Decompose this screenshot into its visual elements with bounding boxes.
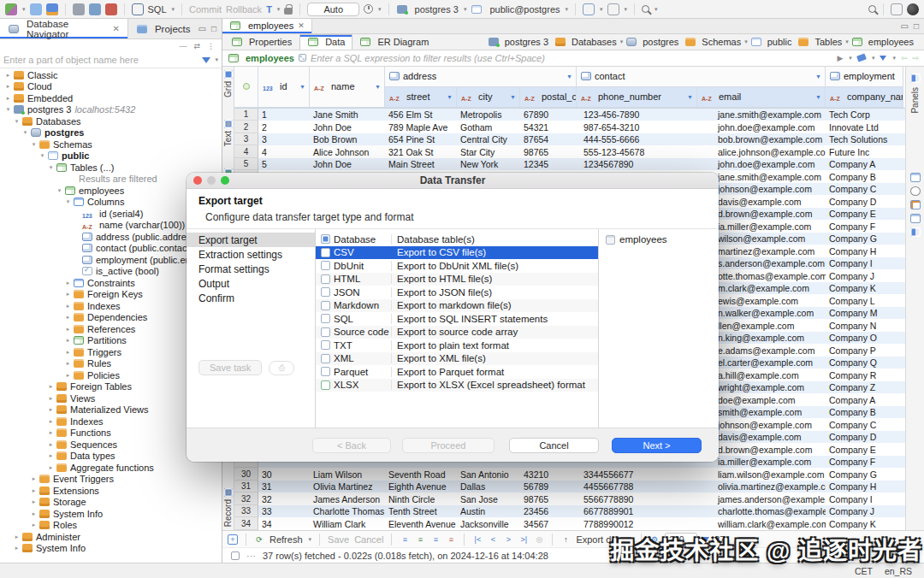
row-number[interactable]: 31 [234,481,258,493]
metadata-panel-icon[interactable] [910,200,921,209]
sql-editor-icon[interactable] [132,3,144,15]
timezone-indicator[interactable]: CET [855,566,873,576]
cell-street[interactable]: 321 Oak St [385,145,457,158]
cell-city[interactable]: Star City [457,145,520,158]
cell-company-name[interactable]: Tech Corp [826,109,903,121]
tree-chevron-icon[interactable] [38,152,47,159]
close-tab-icon[interactable]: ✕ [113,24,120,33]
locale-indicator[interactable]: en_RS [885,566,912,576]
cell-phone-number[interactable]: 4455667788 [577,481,697,493]
cell-company-name[interactable]: Company C [826,418,903,431]
cell-email[interactable]: william.clark@example.com [697,517,826,530]
breadcrumb-item[interactable]: employees [851,37,917,47]
cloud-icon[interactable] [30,3,42,15]
table-row[interactable]: 31 31 Olivia Martinez Eighth Avenue Dall… [234,481,905,493]
row-number[interactable]: 5 [234,158,258,171]
cell-phone-number[interactable]: 555-123-45678 [577,145,697,158]
cell-street[interactable]: Eighth Avenue [385,481,457,493]
cell-email[interactable]: alice.johnson@example.com [697,145,826,158]
editor-subtab[interactable]: Data [299,34,352,50]
tree-item[interactable]: Cloud [0,81,222,93]
filter-funnel-icon[interactable] [202,57,210,63]
tree-item[interactable]: Roles [0,520,222,532]
row-number[interactable]: 32 [234,492,258,505]
cell-phone-number[interactable]: 444-555-6666 [577,133,697,146]
cell-company-name[interactable]: Company F [826,220,903,233]
link-editor-icon[interactable]: ⇄ [193,42,200,50]
cell-phone-number[interactable]: 987-654-3210 [577,121,697,133]
cancel-button[interactable]: Cancel [509,438,599,453]
cell-company-name[interactable]: Company G [826,468,903,481]
cell-street[interactable]: Main Street [385,158,457,171]
refresh-icon[interactable]: ⟳ [254,534,264,545]
column-header-id[interactable]: id▼ [258,67,310,108]
breadcrumb-caret-icon[interactable]: ▾ [620,38,624,45]
cell-phone-number[interactable]: 5566778890 [577,492,697,505]
tree-chevron-icon[interactable] [63,360,73,367]
tree-chevron-icon[interactable] [46,429,56,436]
row-number[interactable]: 2 [234,121,258,133]
tree-chevron-icon[interactable] [46,406,56,413]
sort-icon[interactable]: ▼ [815,74,821,80]
cell-company-name[interactable]: Innovate Ltd [826,121,903,133]
cell-street[interactable]: Ninth Circle [385,492,457,505]
cell-company-name[interactable]: Company C [826,183,903,196]
new-object-caret-icon[interactable]: ▾ [22,6,26,13]
cell-name[interactable]: John Doe [310,158,385,171]
calc-panel-icon[interactable] [910,173,921,182]
cell-company-name[interactable]: Company K [826,517,903,530]
cell-name[interactable]: Liam Wilson [310,468,385,481]
cell-email[interactable]: charlotte.thomas@example.com [697,505,826,518]
cell-id[interactable]: 5 [258,158,310,171]
cell-postal-code[interactable]: 67890 [520,109,577,121]
cell-company-name[interactable]: Company K [826,282,903,295]
cell-company-name[interactable]: Future Inc [826,145,903,158]
cell-postal-code[interactable]: 12345 [520,158,577,171]
cell-city[interactable]: Gotham [457,121,520,133]
tree-chevron-icon[interactable] [46,464,56,471]
object-filter-input[interactable] [3,55,198,65]
group-header-employment[interactable]: employment [826,67,903,87]
cell-email[interactable]: jane.smith@example.com [697,109,826,121]
commit-button[interactable]: Commit [189,4,222,15]
tree-chevron-icon[interactable] [46,452,56,459]
tree-chevron-icon[interactable] [63,314,73,321]
lock-icon[interactable] [284,8,293,15]
cancel-button[interactable]: Cancel [354,534,383,545]
cell-phone-number[interactable]: 3344556677 [577,468,697,481]
breadcrumb-caret-icon[interactable]: ▾ [744,38,748,45]
tree-chevron-icon[interactable] [3,95,13,102]
tree-chevron-icon[interactable] [63,372,73,379]
cell-street[interactable]: 654 Pine St [385,133,457,146]
cell-company-name[interactable]: Company A [826,158,903,171]
breadcrumb-item[interactable]: postgres 3 [488,37,552,47]
wizard-step[interactable]: Output [187,276,315,291]
minimize-icon[interactable]: ▭ [901,21,909,31]
maximize-icon[interactable]: □ [914,21,919,31]
cell-id[interactable]: 31 [258,481,310,493]
cell-name[interactable]: Bob Brown [310,133,385,146]
cell-company-name[interactable]: Company B [826,406,903,419]
cell-postal-code[interactable]: 87654 [520,133,577,146]
cell-id[interactable]: 4 [258,145,310,158]
cell-postal-code[interactable]: 56789 [520,481,577,493]
tree-item[interactable]: Schemas [0,139,222,150]
tree-chevron-icon[interactable] [46,395,56,402]
sql-editor-button[interactable]: SQL [148,4,167,15]
cell-company-name[interactable]: Company H [826,481,903,493]
cell-company-name[interactable]: Company D [826,195,903,208]
tree-item[interactable]: postgres [0,127,222,139]
tree-chevron-icon[interactable] [63,303,73,310]
edit-row-icon[interactable]: ≡ [400,534,410,545]
cell-postal-code[interactable]: 54321 [520,121,577,133]
schema-selector[interactable]: public@postgres [489,4,560,15]
aggregate-panel-icon[interactable] [910,214,921,223]
tree-chevron-icon[interactable] [29,487,38,494]
cell-street[interactable]: Seventh Road [385,468,457,481]
cell-company-name[interactable]: Company Q [826,357,903,369]
sort-icon[interactable]: ▼ [375,84,381,90]
tree-chevron-icon[interactable] [63,326,73,333]
history-back-icon[interactable]: ⇦ [901,54,908,62]
sort-icon[interactable]: ▼ [447,94,453,100]
plug-disconnect-icon[interactable] [105,3,117,15]
